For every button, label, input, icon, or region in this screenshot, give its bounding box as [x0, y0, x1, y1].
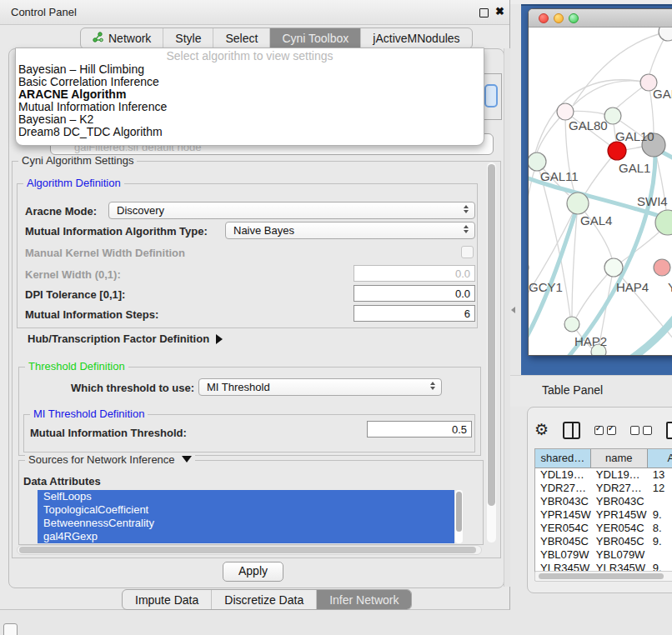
tab-network[interactable]: Network — [81, 28, 163, 48]
table-body: YDL19…YDL19…13YDR27…YDR27…12YBR043CYBR04… — [535, 468, 672, 581]
table-cell: YER054C — [591, 522, 648, 535]
tab-cyni-toolbox[interactable]: Cyni Toolbox — [270, 28, 361, 48]
control-panel-titlebar: Control Panel ✖ — [0, 0, 509, 25]
table-cell: YPR145W — [535, 508, 591, 522]
data-attributes-list: SelfLoopsTopologicalCoefficientBetweenne… — [38, 490, 454, 543]
scrollbar-thumb[interactable] — [488, 164, 495, 506]
table-row[interactable]: YPR145WYPR145W9. — [535, 508, 672, 522]
application-root: Control Panel ✖ Network Style Select — [0, 0, 672, 635]
settings-gear-icon[interactable]: ⚙ — [534, 422, 549, 438]
minimize-traffic-light-icon[interactable] — [554, 13, 564, 23]
tab-jactivemnodules[interactable]: jActiveMNodules — [361, 28, 471, 48]
table-row[interactable]: YBL079WYBL079W — [535, 548, 672, 562]
control-panel-window: Control Panel ✖ Network Style Select — [0, 0, 510, 610]
algorithm-option[interactable]: ARACNE Algorithm — [16, 88, 484, 101]
dpi-tolerance-field[interactable]: 0.0 — [354, 285, 475, 302]
tab-discretize-data[interactable]: Discretize Data — [212, 590, 317, 609]
network-node-gal80[interactable] — [557, 103, 574, 120]
settings-horizontal-scrollbar[interactable] — [17, 545, 482, 555]
table-column-header[interactable]: shared… — [535, 449, 591, 468]
table-horizontal-scrollbar[interactable] — [534, 571, 672, 582]
tab-impute-data[interactable]: Impute Data — [123, 590, 212, 609]
algorithm-option[interactable]: Mutual Information Inference — [16, 101, 484, 113]
zoom-traffic-light-icon[interactable] — [569, 13, 579, 23]
close-traffic-light-icon[interactable] — [539, 13, 549, 23]
algorithm-option[interactable]: Bayesian – Hill Climbing — [16, 63, 484, 76]
table-toolbar: ⚙ — [534, 416, 672, 444]
table-cell: 9. — [648, 508, 672, 522]
attribute-list-item[interactable]: TopologicalCoefficient — [38, 503, 454, 517]
expander-expanded-icon — [182, 456, 192, 462]
columns-icon[interactable] — [563, 422, 580, 439]
network-window-titlebar[interactable] — [529, 9, 672, 28]
table-row[interactable]: YDR27…YDR27…12 — [535, 482, 672, 495]
mi-threshold-field[interactable]: 0.5 — [367, 421, 472, 438]
combobox-arrows-icon — [464, 225, 469, 233]
network-view-window: GALGAL80GAL10GAL1GAL11SWI4GAL4GCY1HAP4YH… — [528, 8, 672, 356]
network-node-label: HAP2 — [574, 334, 607, 348]
network-node-label: GAL10 — [615, 129, 654, 143]
attribute-list-scrollbar[interactable] — [455, 490, 463, 543]
network-node-hap2[interactable] — [564, 317, 579, 332]
network-edge-thick[interactable] — [620, 318, 672, 355]
algorithm-option[interactable]: Bayesian – K2 — [16, 113, 484, 126]
attribute-list-item[interactable]: BetweennessCentrality — [38, 517, 454, 530]
settings-group-title: Cyni Algorithm Settings — [18, 154, 137, 167]
attribute-list-item[interactable]: gal4RGexp — [38, 530, 454, 543]
algorithm-option[interactable]: Dream8 DC_TDC Algorithm — [16, 126, 484, 138]
mi-steps-field[interactable]: 6 — [354, 305, 475, 322]
node-table: shared…nameA YDL19…YDL19…13YDR27…YDR27…1… — [534, 448, 672, 581]
table-panel-title: Table Panel — [542, 383, 603, 397]
table-row[interactable]: YDL19…YDL19…13 — [535, 468, 672, 482]
network-node-label: GAL — [653, 87, 672, 101]
table-row[interactable]: YBR045CYBR045C9. — [535, 535, 672, 548]
network-node[interactable] — [659, 28, 672, 41]
combobox-arrows-icon — [430, 382, 435, 390]
network-node-y[interactable] — [654, 259, 670, 276]
network-node-label: GAL4 — [580, 213, 612, 228]
minimized-panel-icon[interactable] — [3, 623, 18, 635]
mi-algorithm-type-combobox[interactable]: Naive Bayes — [225, 222, 475, 239]
scrollbar-thumb[interactable] — [19, 547, 476, 553]
apply-button[interactable]: Apply — [223, 562, 283, 582]
hub-definition-expander[interactable]: Hub/Transcription Factor Definition — [28, 332, 223, 345]
network-view[interactable]: GALGAL80GAL10GAL1GAL11SWI4GAL4GCY1HAP4YH… — [529, 28, 672, 355]
table-column-header[interactable]: A — [648, 449, 672, 468]
tab-select[interactable]: Select — [213, 28, 270, 48]
attribute-list-item[interactable]: SelfLoops — [38, 490, 454, 503]
table-row[interactable]: YER054CYER054C8. — [535, 522, 672, 535]
table-panel-window: ⚙ shared…nameA YDL19…YDL19…13YDR27…YDR27… — [527, 407, 672, 593]
settings-vertical-scrollbar[interactable] — [487, 162, 496, 542]
network-edge[interactable] — [573, 81, 649, 106]
export-table-icon[interactable] — [666, 422, 672, 439]
aracne-mode-value: Discovery — [117, 202, 164, 218]
table-cell: YBR045C — [535, 535, 591, 548]
close-icon[interactable]: ✖ — [495, 5, 504, 18]
algorithm-combobox-focus-edge[interactable] — [484, 84, 498, 108]
network-node-gal11[interactable] — [529, 152, 546, 171]
scrollbar-thumb[interactable] — [539, 573, 664, 579]
control-panel-scroll-strip — [504, 48, 510, 587]
hub-definition-label: Hub/Transcription Factor Definition — [28, 332, 209, 345]
table-cell: YDR27… — [535, 482, 591, 495]
select-all-columns-icon[interactable] — [594, 426, 616, 435]
sources-group-title[interactable]: Sources for Network Inference — [25, 453, 195, 466]
float-window-icon[interactable] — [479, 8, 489, 18]
table-row[interactable]: YBR043CYBR043C — [535, 495, 672, 508]
tab-infer-network[interactable]: Infer Network — [317, 590, 411, 609]
network-node-label: Y — [668, 280, 672, 294]
network-node-gal1[interactable] — [608, 142, 626, 160]
which-threshold-combobox[interactable]: MI Threshold — [198, 378, 442, 396]
aracne-mode-combobox[interactable]: Discovery — [108, 202, 475, 219]
splitter-collapse-icon[interactable] — [511, 307, 515, 313]
table-column-header[interactable]: name — [591, 449, 648, 468]
deselect-all-columns-icon[interactable] — [630, 426, 652, 435]
algorithm-option[interactable]: Basic Correlation Inference — [16, 76, 484, 88]
algorithm-dropdown-popup: Select algorithm to view settings Bayesi… — [15, 48, 484, 146]
network-edge[interactable] — [529, 162, 537, 260]
network-node-gal4[interactable] — [567, 192, 589, 214]
kernel-width-field[interactable]: 0.0 — [354, 265, 475, 282]
network-node-hap4[interactable] — [604, 258, 623, 277]
manual-kernel-width-checkbox[interactable] — [461, 246, 474, 258]
tab-style[interactable]: Style — [163, 28, 213, 48]
